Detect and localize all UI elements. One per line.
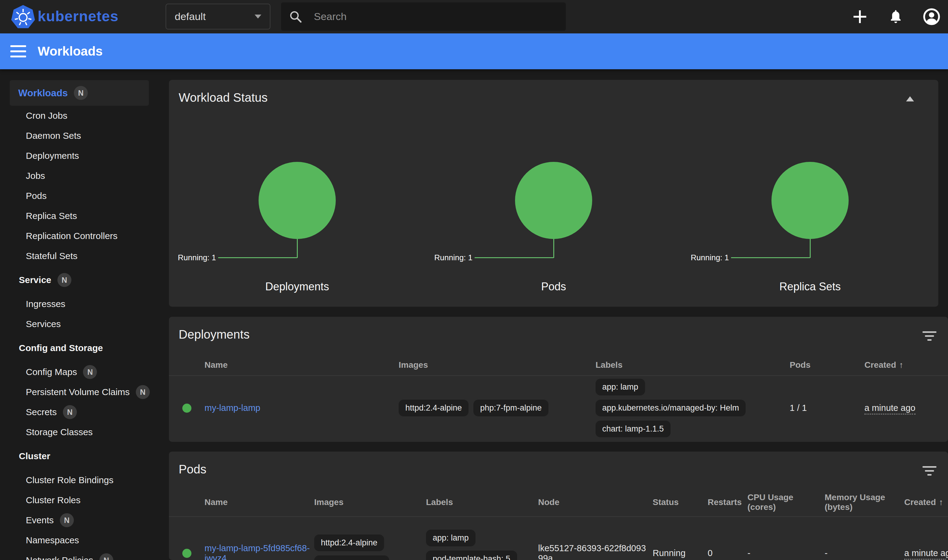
pie-annotation: Running: 1 [682,253,729,262]
deployments-table-header: Name Images Labels Pods Created↑ [169,355,948,376]
sidebar-section-cluster[interactable]: Cluster [0,446,151,466]
header-images[interactable]: Images [314,497,426,507]
sidebar-item-services[interactable]: Services [0,314,151,334]
node-name: lke55127-86393-622f8d09399a [538,543,653,560]
status-ok-icon [182,549,191,558]
sidebar-section-config-and-storage[interactable]: Config and Storage [0,338,151,358]
header-created[interactable]: Created↑ [865,360,948,370]
pod-name-link[interactable]: my-lamp-lamp-5fd985cf68-jwvz4 [205,543,310,560]
pie-leader-line [810,239,811,258]
pie-leader-line [475,257,553,258]
sidebar-item-daemon-sets[interactable]: Daemon Sets [0,126,151,146]
namespaced-badge: N [99,553,113,560]
namespaced-badge: N [60,513,74,527]
deployment-table-row: my-lamp-lamp httpd:2.4-alpine php:7-fpm-… [169,377,948,440]
workload-status-card: Workload Status Running: 1 Deployments R… [169,80,938,307]
sort-ascending-icon: ↑ [939,497,943,507]
pods-ratio: 1 / 1 [790,403,865,413]
menu-hamburger-icon[interactable] [10,42,26,61]
sidebar-item-cluster-role-bindings[interactable]: Cluster Role Bindings [0,470,151,490]
image-chip: php:7-fpm-alpine [314,555,389,560]
chart-label: Replica Sets [682,280,938,293]
deployment-name-link[interactable]: my-lamp-lamp [205,403,261,413]
header-images[interactable]: Images [399,360,595,370]
label-chip: app: lamp [595,379,645,395]
image-chip: httpd:2.4-alpine [314,534,384,551]
namespaced-badge: N [63,405,77,419]
pod-table-row: my-lamp-lamp-5fd985cf68-jwvz4 httpd:2.4-… [169,517,948,560]
sidebar-item-jobs[interactable]: Jobs [0,166,151,186]
replica-sets-pie-chart: Running: 1 Replica Sets [682,153,938,298]
filter-icon[interactable] [922,466,936,478]
header-status[interactable]: Status [653,497,708,507]
sidebar-item-ingresses[interactable]: Ingresses [0,294,151,314]
pod-cpu-usage: - [748,548,825,558]
add-resource-button[interactable] [851,8,868,25]
header-name[interactable]: Name [205,497,314,507]
account-avatar-icon [923,8,940,26]
header-node[interactable]: Node [538,497,653,507]
search-icon [289,10,302,23]
pie-running-slice [515,162,592,239]
image-chip: httpd:2.4-alpine [399,400,469,416]
header-labels[interactable]: Labels [426,497,538,507]
label-chip: chart: lamp-1.1.5 [595,421,671,437]
kubernetes-logo-icon[interactable] [11,5,35,29]
page-title: Workloads [38,44,103,58]
sidebar-item-replication-controllers[interactable]: Replication Controllers [0,226,151,246]
sidebar-item-stateful-sets[interactable]: Stateful Sets [0,246,151,266]
pie-leader-line [297,239,298,258]
sidebar-item-replica-sets[interactable]: Replica Sets [0,206,151,226]
collapse-arrow-icon[interactable] [906,96,914,102]
pod-status: Running [653,548,708,558]
search-input[interactable] [314,11,527,23]
pie-annotation: Running: 1 [425,253,472,262]
chart-label: Deployments [169,280,425,293]
sidebar-item-events[interactable]: Events N [0,510,151,530]
workload-status-charts: Running: 1 Deployments Running: 1 Pods R… [169,153,938,298]
search-bar[interactable] [281,2,566,31]
topbar-actions [851,0,940,34]
pie-leader-line [218,257,297,258]
filter-icon[interactable] [922,331,936,343]
pods-table-header: Name Images Labels Node Status Restarts … [169,488,948,517]
sidebar-nav: Workloads N Cron Jobs Daemon Sets Deploy… [0,69,151,560]
header-name[interactable]: Name [205,360,399,370]
sidebar-item-workloads[interactable]: Workloads N [10,80,149,106]
header-cpu-usage[interactable]: CPU Usage (cores) [748,492,825,512]
top-bar: kubernetes default [0,0,948,34]
pods-card: Pods Name Images Labels Node Status Rest… [169,452,948,560]
notifications-button[interactable] [887,8,904,25]
pie-annotation: Running: 1 [169,253,216,262]
sidebar-item-pods[interactable]: Pods [0,186,151,206]
namespace-select[interactable]: default [166,4,270,29]
sidebar-item-secrets[interactable]: Secrets N [0,402,151,422]
pie-leader-line [553,239,554,258]
sidebar-item-cron-jobs[interactable]: Cron Jobs [0,106,151,126]
deployments-card: Deployments Name Images Labels Pods Crea… [169,317,948,442]
header-created[interactable]: Created↑ [904,497,948,507]
header-pods[interactable]: Pods [790,360,865,370]
sidebar-item-network-policies[interactable]: Network Policies N [0,550,151,560]
sidebar-item-deployments[interactable]: Deployments [0,146,151,166]
pod-restarts: 0 [708,548,748,558]
sidebar-item-persistent-volume-claims[interactable]: Persistent Volume Claims N [0,382,151,402]
sidebar-section-service[interactable]: Service N [0,270,151,290]
namespaced-badge: N [74,86,88,100]
sidebar-item-storage-classes[interactable]: Storage Classes [0,422,151,442]
header-restarts[interactable]: Restarts [708,497,748,507]
pie-leader-line [731,257,810,258]
sidebar-item-cluster-roles[interactable]: Cluster Roles [0,490,151,510]
header-labels[interactable]: Labels [595,360,790,370]
label-chip: app: lamp [426,530,476,546]
workload-status-title: Workload Status [179,91,268,105]
sidebar-item-namespaces[interactable]: Namespaces [0,530,151,550]
account-button[interactable] [923,8,940,25]
pie-running-slice [259,162,336,239]
sidebar-item-config-maps[interactable]: Config Maps N [0,362,151,382]
header-memory-usage[interactable]: Memory Usage (bytes) [825,492,904,512]
namespaced-badge: N [83,365,97,379]
sort-ascending-icon: ↑ [899,360,903,369]
image-chip: php:7-fpm-alpine [473,400,549,416]
pods-title: Pods [179,463,206,476]
